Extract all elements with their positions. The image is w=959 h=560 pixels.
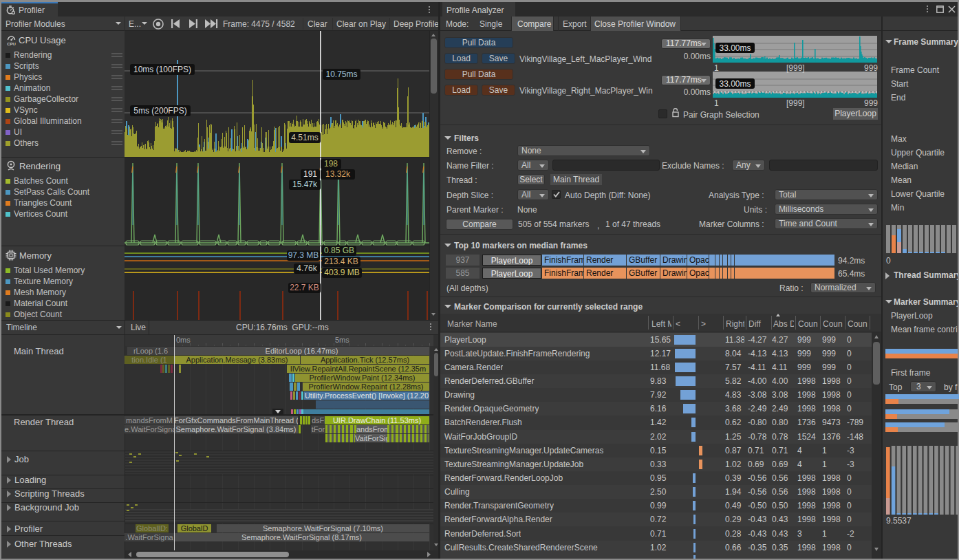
svg-text:CPU: CPU	[7, 42, 16, 46]
